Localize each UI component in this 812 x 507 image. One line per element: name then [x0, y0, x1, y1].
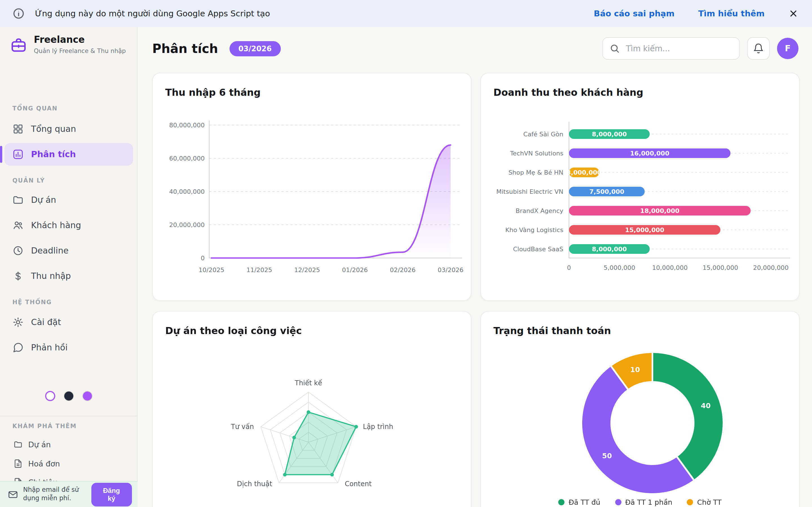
bell-icon	[753, 43, 764, 54]
revenue-bar-chart: Café Sài GònTechVN SolutionsShop Mẹ & Bé…	[481, 107, 799, 293]
sidebar-item-label: Khách hàng	[31, 220, 81, 230]
svg-text:8,000,000: 8,000,000	[592, 245, 627, 252]
svg-text:03/2026: 03/2026	[438, 267, 463, 274]
theme-swatch-dark[interactable]	[64, 391, 74, 401]
sidebar-item-du-an[interactable]: Dự án	[4, 189, 133, 211]
sidebar-item-label: Phản hồi	[31, 342, 68, 353]
briefcase-icon	[10, 36, 27, 53]
gear-icon	[12, 317, 24, 328]
svg-text:02/2026: 02/2026	[390, 267, 416, 274]
theme-swatch-purple[interactable]	[82, 391, 93, 401]
folder-icon	[13, 440, 22, 449]
section-label-overview: TỔNG QUAN	[12, 105, 57, 112]
clock-icon	[12, 245, 24, 256]
app-name: Freelance	[34, 35, 126, 45]
income-line-chart: 020,000,00040,000,00060,000,00080,000,00…	[153, 107, 471, 293]
svg-text:Kho Vàng Logistics: Kho Vàng Logistics	[505, 226, 563, 233]
sidebar-item-tong-quan[interactable]: Tổng quan	[4, 118, 133, 140]
sidebar-item-phan-hoi[interactable]: Phản hồi	[4, 336, 133, 359]
svg-text:Café Sài Gòn: Café Sài Gòn	[523, 131, 563, 138]
banner-text: Ứng dụng này do một người dùng Google Ap…	[35, 9, 270, 18]
revenue-chart-card: Doanh thu theo khách hàng Café Sài GònTe…	[480, 73, 800, 301]
page-title: Phân tích	[152, 41, 218, 55]
notifications-button[interactable]	[747, 37, 770, 60]
income-chart-card: Thu nhập 6 tháng 020,000,00040,000,00060…	[152, 73, 471, 301]
section-label-manage: QUẢN LÝ	[12, 177, 45, 184]
svg-text:Shop Mẹ & Bé HN: Shop Mẹ & Bé HN	[508, 169, 563, 176]
svg-text:50: 50	[602, 452, 612, 460]
legend-item[interactable]: Đã TT 1 phần	[615, 498, 672, 506]
dollar-icon	[12, 270, 24, 282]
discover-item-label: Dự án	[28, 440, 51, 449]
payment-donut-chart: 405010Đã TT đủĐã TT 1 phầnChờ TT	[481, 339, 799, 507]
svg-text:12/2025: 12/2025	[294, 267, 320, 274]
sidebar-divider	[0, 416, 138, 416]
signup-text: Nhập email để sử dụng miễn phí.	[23, 486, 86, 503]
svg-text:18,000,000: 18,000,000	[640, 207, 679, 214]
sidebar-item-label: Thu nhập	[31, 271, 71, 281]
folder-icon	[12, 194, 24, 206]
learn-more-link[interactable]: Tìm hiểu thêm	[698, 9, 765, 18]
svg-text:Lập trình: Lập trình	[363, 423, 393, 431]
signup-button[interactable]: Đăng ký	[91, 483, 132, 506]
discover-item-du-an[interactable]: Dự án	[4, 436, 133, 453]
svg-text:01/2026: 01/2026	[342, 267, 368, 274]
sidebar-item-thu-nhap[interactable]: Thu nhập	[4, 265, 133, 287]
app-logo: Freelance Quản lý Freelance & Thu nhập	[10, 35, 126, 55]
svg-text:5,000,000: 5,000,000	[604, 264, 635, 271]
section-label-system: HỆ THỐNG	[12, 298, 52, 305]
svg-text:Thiết kế: Thiết kế	[294, 379, 322, 387]
sidebar-item-label: Dự án	[31, 195, 56, 205]
month-badge: 03/2026	[229, 41, 281, 56]
card-title: Doanh thu theo khách hàng	[493, 87, 644, 98]
svg-text:15,000,000: 15,000,000	[703, 264, 738, 271]
info-icon	[12, 7, 25, 20]
sidebar-item-label: Deadline	[31, 245, 68, 256]
svg-text:15,000,000: 15,000,000	[625, 226, 664, 233]
sidebar-item-cai-dat[interactable]: Cài đặt	[4, 311, 133, 334]
svg-text:80,000,000: 80,000,000	[169, 122, 205, 129]
sidebar-item-label: Cài đặt	[31, 317, 61, 327]
app-root: Ứng dụng này do một người dùng Google Ap…	[0, 0, 812, 507]
search-icon	[610, 43, 620, 54]
svg-text:8,000,000: 8,000,000	[592, 131, 627, 138]
sidebar-item-deadline[interactable]: Deadline	[4, 239, 133, 262]
payment-chart-card: Trạng thái thanh toán 405010Đã TT đủĐã T…	[480, 311, 800, 507]
close-icon[interactable]	[788, 8, 799, 18]
sidebar-item-khach-hang[interactable]: Khách hàng	[4, 214, 133, 237]
report-abuse-link[interactable]: Báo cáo sai phạm	[594, 9, 675, 18]
search-box	[602, 37, 740, 60]
sidebar: Freelance Quản lý Freelance & Thu nhập T…	[0, 27, 138, 507]
svg-text:Tư vấn: Tư vấn	[231, 423, 254, 431]
svg-text:7,500,000: 7,500,000	[589, 188, 624, 195]
svg-text:20,000,000: 20,000,000	[753, 264, 789, 271]
search-input[interactable]	[625, 43, 723, 54]
discover-item-label: Hoá đơn	[28, 459, 60, 468]
theme-swatch-light[interactable]	[45, 391, 55, 401]
sidebar-item-label: Phân tích	[31, 149, 76, 159]
main-header: Phân tích 03/2026 F	[138, 27, 812, 64]
svg-text:20,000,000: 20,000,000	[169, 221, 205, 228]
svg-text:40: 40	[701, 402, 711, 410]
svg-text:Mitsubishi Electric VN: Mitsubishi Electric VN	[496, 188, 563, 195]
avatar[interactable]: F	[777, 38, 799, 59]
svg-text:0: 0	[201, 255, 205, 262]
section-label-discover: KHÁM PHÁ THÊM	[12, 422, 77, 429]
svg-text:40,000,000: 40,000,000	[169, 188, 205, 195]
card-title: Thu nhập 6 tháng	[165, 87, 260, 98]
legend-item[interactable]: Chờ TT	[687, 498, 722, 506]
svg-text:CloudBase SaaS: CloudBase SaaS	[513, 245, 563, 252]
legend-item[interactable]: Đã TT đủ	[559, 498, 600, 506]
projects-chart-card: Dự án theo loại công việc Thiết kếLập tr…	[152, 311, 471, 507]
donut-legend: Đã TT đủĐã TT 1 phầnChờ TT	[481, 498, 799, 506]
mail-icon	[8, 489, 18, 499]
svg-text:TechVN Solutions: TechVN Solutions	[510, 150, 563, 157]
svg-text:11/2025: 11/2025	[246, 267, 272, 274]
card-title: Dự án theo loại công việc	[165, 325, 302, 336]
svg-text:10: 10	[630, 365, 640, 374]
svg-text:10/2025: 10/2025	[199, 267, 224, 274]
projects-radar-chart: Thiết kếLập trìnhContentDịch thuậtTư vấn	[153, 340, 471, 507]
grid-icon	[12, 123, 24, 135]
sidebar-item-phan-tich[interactable]: Phân tích	[4, 143, 133, 166]
discover-item-hoa-don[interactable]: Hoá đơn	[4, 455, 133, 472]
